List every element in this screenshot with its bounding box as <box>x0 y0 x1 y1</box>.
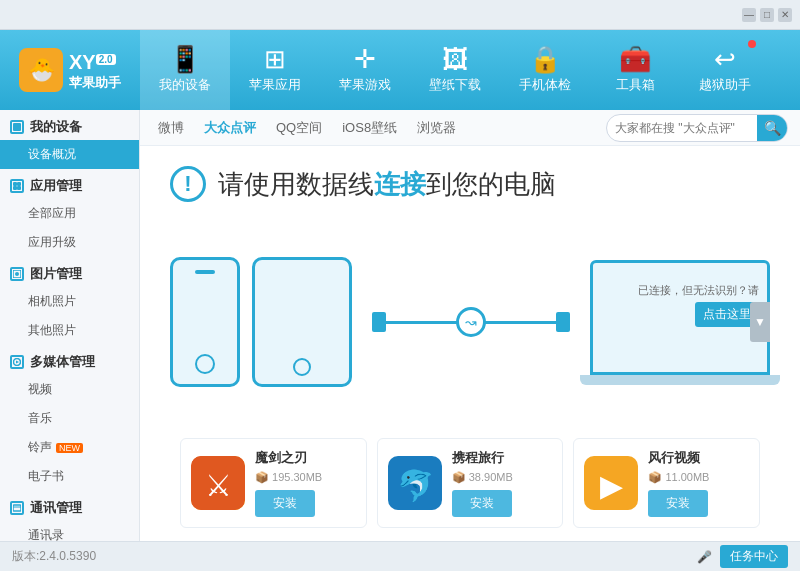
size-icon-1: 📦 <box>452 471 466 483</box>
wallpaper-icon: 🖼 <box>442 46 468 72</box>
phone-device <box>170 257 240 387</box>
connect-msg-after: 到您的电脑 <box>426 169 556 199</box>
app-cards: ⚔ 魔剑之刃 📦 195.30MB 安装 <box>170 438 770 528</box>
app-name-1: 携程旅行 <box>452 449 553 467</box>
search-input[interactable] <box>607 118 757 138</box>
svg-rect-3 <box>13 186 17 190</box>
connect-message: ! 请使用数据线连接到您的电脑 <box>170 166 770 202</box>
exclamation-icon: ! <box>170 166 206 202</box>
section-photos-icon <box>10 267 24 281</box>
subnav-browser[interactable]: 浏览器 <box>411 117 462 139</box>
close-button[interactable]: ✕ <box>778 8 792 22</box>
cable-line: ↝ <box>386 321 556 324</box>
logo-icon: 🐣 <box>19 48 63 92</box>
task-center-button[interactable]: 任务中心 <box>720 545 788 568</box>
sidebar-item-other-photos[interactable]: 其他照片 <box>0 316 139 345</box>
cable-arrow-icon: ↝ <box>456 307 486 337</box>
svg-text:▶: ▶ <box>600 469 623 502</box>
section-apps-icon <box>10 179 24 193</box>
tab-phone-check[interactable]: 🔒 手机体检 <box>500 30 590 110</box>
section-device-label: 我的设备 <box>30 118 82 136</box>
sidebar: 我的设备 设备概况 应用管理 全部应用 应用升级 图片管理 相机照片 其他照片 … <box>0 110 140 541</box>
apple-games-icon: ✛ <box>354 46 376 72</box>
sidebar-item-device-overview[interactable]: 设备概况 <box>0 140 139 169</box>
section-comm-label: 通讯管理 <box>30 499 82 517</box>
app-size-0: 📦 195.30MB <box>255 471 356 484</box>
app-name-0: 魔剑之刃 <box>255 449 356 467</box>
tab-my-device[interactable]: 📱 我的设备 <box>140 30 230 110</box>
connect-highlight: 连接 <box>374 169 426 199</box>
app-card-0: ⚔ 魔剑之刃 📦 195.30MB 安装 <box>180 438 367 528</box>
svg-rect-9 <box>13 505 21 511</box>
subnav-qqzone[interactable]: QQ空间 <box>270 117 328 139</box>
install-button-1[interactable]: 安装 <box>452 490 512 517</box>
tab-helper-label: 越狱助手 <box>699 76 751 94</box>
toolbox-icon: 🧰 <box>619 46 651 72</box>
search-bar: 🔍 <box>606 114 788 142</box>
sidebar-section-apps: 应用管理 <box>0 169 139 199</box>
subnav-weibo[interactable]: 微博 <box>152 117 190 139</box>
svg-marker-8 <box>16 361 19 364</box>
svg-text:🐬: 🐬 <box>396 468 434 504</box>
app-name-2: 风行视频 <box>648 449 749 467</box>
new-badge: NEW <box>56 443 83 453</box>
content-area: 微博 大众点评 QQ空间 iOS8壁纸 浏览器 🔍 ! 请使用数据线连接到您的电… <box>140 110 800 541</box>
logo-area: 🐣 XY2.0 苹果助手 <box>0 48 140 92</box>
app-info-2: 风行视频 📦 11.00MB 安装 <box>648 449 749 517</box>
usb-cable: ↝ <box>352 312 590 332</box>
tab-apple-apps-label: 苹果应用 <box>249 76 301 94</box>
helper-badge <box>748 40 756 48</box>
task-center-label: 任务中心 <box>730 548 778 565</box>
app-info-0: 魔剑之刃 📦 195.30MB 安装 <box>255 449 356 517</box>
sidebar-item-music[interactable]: 音乐 <box>0 404 139 433</box>
tab-wallpaper[interactable]: 🖼 壁纸下载 <box>410 30 500 110</box>
svg-rect-0 <box>13 123 21 131</box>
logo-subtitle: 苹果助手 <box>69 75 121 90</box>
connect-text: 请使用数据线连接到您的电脑 <box>218 167 556 202</box>
sidebar-item-contacts[interactable]: 通讯录 <box>0 521 139 541</box>
app-info-1: 携程旅行 📦 38.90MB 安装 <box>452 449 553 517</box>
subnav-ios8wallpaper[interactable]: iOS8壁纸 <box>336 117 403 139</box>
app-size-1: 📦 38.90MB <box>452 471 553 484</box>
laptop-already-text: 已连接，但无法识别？请 点击这里 <box>638 283 759 327</box>
tab-toolbox[interactable]: 🧰 工具箱 <box>590 30 680 110</box>
sub-nav: 微博 大众点评 QQ空间 iOS8壁纸 浏览器 🔍 <box>140 110 800 146</box>
helper-icon: ↩ <box>714 46 736 72</box>
tab-phone-check-label: 手机体检 <box>519 76 571 94</box>
cable-connector-left <box>372 312 386 332</box>
svg-rect-1 <box>13 182 17 186</box>
sidebar-item-app-upgrade[interactable]: 应用升级 <box>0 228 139 257</box>
maximize-button[interactable]: □ <box>760 8 774 22</box>
svg-text:⚔: ⚔ <box>205 469 232 502</box>
sidebar-item-video[interactable]: 视频 <box>0 375 139 404</box>
app-icon-2: ▶ <box>584 456 638 510</box>
section-device-icon <box>10 120 24 134</box>
tab-apple-games[interactable]: ✛ 苹果游戏 <box>320 30 410 110</box>
subnav-dianping[interactable]: 大众点评 <box>198 117 262 139</box>
sidebar-item-ringtone[interactable]: 铃声 NEW <box>0 433 139 462</box>
install-button-0[interactable]: 安装 <box>255 490 315 517</box>
sidebar-section-photos: 图片管理 <box>0 257 139 287</box>
tab-wallpaper-label: 壁纸下载 <box>429 76 481 94</box>
apple-apps-icon: ⊞ <box>264 46 286 72</box>
install-button-2[interactable]: 安装 <box>648 490 708 517</box>
sidebar-item-camera[interactable]: 相机照片 <box>0 287 139 316</box>
tab-apple-apps[interactable]: ⊞ 苹果应用 <box>230 30 320 110</box>
sidebar-item-ebook[interactable]: 电子书 <box>0 462 139 491</box>
sidebar-item-all-apps[interactable]: 全部应用 <box>0 199 139 228</box>
scroll-down-button[interactable]: ▼ <box>750 302 770 342</box>
section-photos-label: 图片管理 <box>30 265 82 283</box>
logo-text: XY2.0 苹果助手 <box>69 49 121 92</box>
device-illustration: ↝ 已连接，但无法识别？请 点击这里 ▼ <box>170 222 770 422</box>
app-size-2: 📦 11.00MB <box>648 471 749 484</box>
tab-helper[interactable]: ↩ 越狱助手 <box>680 30 770 110</box>
status-right: 🎤 任务中心 <box>697 545 788 568</box>
already-connected-text: 已连接，但无法识别？请 <box>638 283 759 298</box>
section-media-icon <box>10 355 24 369</box>
logo: 🐣 XY2.0 苹果助手 <box>19 48 121 92</box>
svg-rect-4 <box>17 186 21 190</box>
search-button[interactable]: 🔍 <box>757 115 787 141</box>
tab-toolbox-label: 工具箱 <box>616 76 655 94</box>
status-bar: 版本:2.4.0.5390 🎤 任务中心 <box>0 541 800 571</box>
minimize-button[interactable]: — <box>742 8 756 22</box>
